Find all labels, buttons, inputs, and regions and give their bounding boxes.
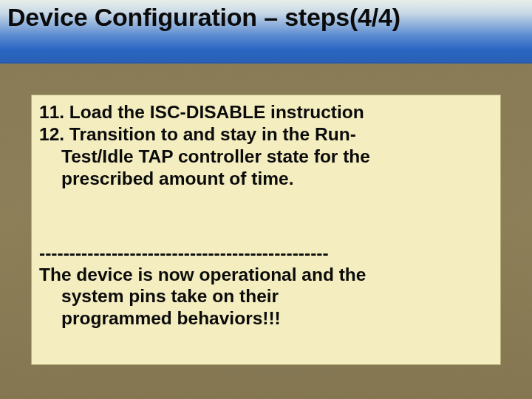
step-12-line-1: 12. Transition to and stay in the Run- <box>39 123 493 146</box>
slide: Device Configuration – steps(4/4) 11. Lo… <box>0 0 532 399</box>
conclusion-line-2: system pins take on their <box>39 285 493 307</box>
spacer <box>39 190 493 243</box>
slide-title: Device Configuration – steps(4/4) <box>7 3 400 32</box>
title-band: Device Configuration – steps(4/4) <box>0 0 532 64</box>
step-12-line-3: prescribed amount of time. <box>39 168 493 190</box>
conclusion-line-1: The device is now operational and the <box>39 264 493 286</box>
content-box: 11. Load the ISC-DISABLE instruction 12.… <box>31 95 501 365</box>
divider-line: ----------------------------------------… <box>39 243 493 264</box>
step-11: 11. Load the ISC-DISABLE instruction <box>39 101 493 123</box>
step-12-line-2: Test/Idle TAP controller state for the <box>39 146 493 168</box>
conclusion-line-3: programmed behaviors!!! <box>39 307 493 330</box>
